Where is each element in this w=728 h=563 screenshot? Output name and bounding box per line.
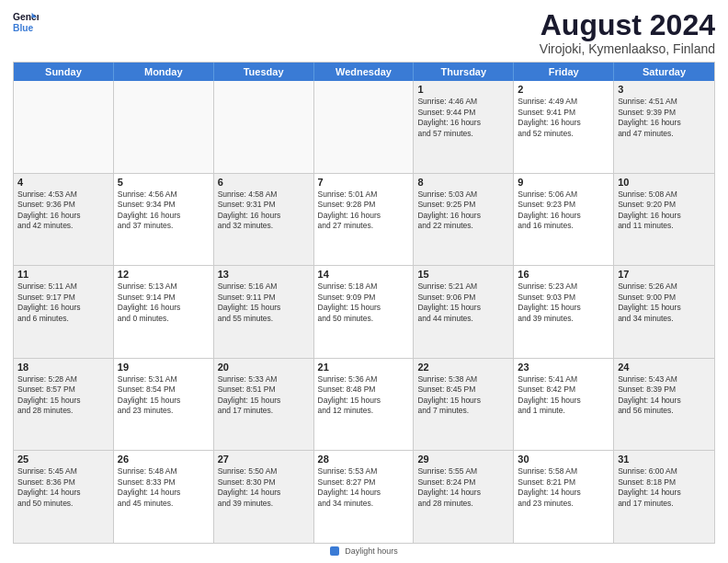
day-number: 11 xyxy=(17,269,109,280)
calendar-cell: 16Sunrise: 5:23 AM Sunset: 9:03 PM Dayli… xyxy=(514,266,614,358)
calendar-cell: 31Sunrise: 6:00 AM Sunset: 8:18 PM Dayli… xyxy=(614,451,714,543)
day-number: 15 xyxy=(417,269,509,280)
page-title: August 2024 xyxy=(540,9,715,41)
day-number: 19 xyxy=(118,362,210,373)
day-info: Sunrise: 5:55 AM Sunset: 8:24 PM Dayligh… xyxy=(417,466,509,509)
calendar-cell: 12Sunrise: 5:13 AM Sunset: 9:14 PM Dayli… xyxy=(114,266,214,358)
day-info: Sunrise: 5:38 AM Sunset: 8:45 PM Dayligh… xyxy=(417,374,509,417)
calendar: SundayMondayTuesdayWednesdayThursdayFrid… xyxy=(13,62,715,544)
page-subtitle: Virojoki, Kymenlaakso, Finland xyxy=(540,41,715,56)
day-info: Sunrise: 5:16 AM Sunset: 9:11 PM Dayligh… xyxy=(218,282,310,324)
day-info: Sunrise: 5:21 AM Sunset: 9:06 PM Dayligh… xyxy=(417,282,509,324)
day-number: 20 xyxy=(218,362,310,373)
footer-label: Daylight hours xyxy=(345,546,398,556)
calendar-cell: 30Sunrise: 5:58 AM Sunset: 8:21 PM Dayli… xyxy=(514,451,614,543)
calendar-cell: 19Sunrise: 5:31 AM Sunset: 8:54 PM Dayli… xyxy=(114,359,214,451)
day-info: Sunrise: 5:28 AM Sunset: 8:57 PM Dayligh… xyxy=(17,374,109,417)
day-info: Sunrise: 5:18 AM Sunset: 9:09 PM Dayligh… xyxy=(318,282,410,324)
day-info: Sunrise: 5:43 AM Sunset: 8:39 PM Dayligh… xyxy=(618,374,711,417)
footer: Daylight hours xyxy=(13,544,715,557)
calendar-row-5: 25Sunrise: 5:45 AM Sunset: 8:36 PM Dayli… xyxy=(14,451,714,543)
calendar-body: 1Sunrise: 4:46 AM Sunset: 9:44 PM Daylig… xyxy=(14,81,714,543)
calendar-cell: 7Sunrise: 5:01 AM Sunset: 9:28 PM Daylig… xyxy=(314,174,415,266)
day-info: Sunrise: 5:41 AM Sunset: 8:42 PM Dayligh… xyxy=(518,374,609,417)
day-number: 10 xyxy=(618,177,711,188)
calendar-cell: 2Sunrise: 4:49 AM Sunset: 9:41 PM Daylig… xyxy=(514,81,614,173)
day-info: Sunrise: 4:49 AM Sunset: 9:41 PM Dayligh… xyxy=(518,97,609,139)
day-number: 4 xyxy=(17,177,109,188)
day-number: 6 xyxy=(218,177,310,188)
calendar-cell xyxy=(14,81,114,173)
day-number: 29 xyxy=(417,454,509,465)
weekday-header-monday: Monday xyxy=(114,63,214,81)
calendar-cell: 15Sunrise: 5:21 AM Sunset: 9:06 PM Dayli… xyxy=(414,266,514,358)
day-number: 7 xyxy=(318,177,410,188)
day-number: 27 xyxy=(218,454,310,465)
calendar-row-2: 4Sunrise: 4:53 AM Sunset: 9:36 PM Daylig… xyxy=(14,174,714,267)
day-info: Sunrise: 5:36 AM Sunset: 8:48 PM Dayligh… xyxy=(318,374,410,417)
calendar-cell: 17Sunrise: 5:26 AM Sunset: 9:00 PM Dayli… xyxy=(614,266,714,358)
svg-text:Blue: Blue xyxy=(13,23,34,33)
day-info: Sunrise: 5:23 AM Sunset: 9:03 PM Dayligh… xyxy=(518,282,609,324)
calendar-cell: 25Sunrise: 5:45 AM Sunset: 8:36 PM Dayli… xyxy=(14,451,114,543)
calendar-cell: 13Sunrise: 5:16 AM Sunset: 9:11 PM Dayli… xyxy=(214,266,314,358)
day-number: 13 xyxy=(218,269,310,280)
calendar-cell: 8Sunrise: 5:03 AM Sunset: 9:25 PM Daylig… xyxy=(414,174,514,266)
day-number: 2 xyxy=(518,84,609,95)
day-number: 23 xyxy=(518,362,609,373)
day-number: 8 xyxy=(417,177,509,188)
calendar-cell: 26Sunrise: 5:48 AM Sunset: 8:33 PM Dayli… xyxy=(114,451,214,543)
calendar-cell: 10Sunrise: 5:08 AM Sunset: 9:20 PM Dayli… xyxy=(614,174,714,266)
day-number: 17 xyxy=(618,269,711,280)
day-number: 24 xyxy=(618,362,711,373)
day-number: 14 xyxy=(318,269,410,280)
footer-dot xyxy=(330,546,339,556)
logo: GeneralBlue xyxy=(13,9,39,35)
calendar-cell: 28Sunrise: 5:53 AM Sunset: 8:27 PM Dayli… xyxy=(314,451,415,543)
day-number: 22 xyxy=(417,362,509,373)
day-info: Sunrise: 5:06 AM Sunset: 9:23 PM Dayligh… xyxy=(518,190,609,232)
calendar-cell: 11Sunrise: 5:11 AM Sunset: 9:17 PM Dayli… xyxy=(14,266,114,358)
day-info: Sunrise: 5:48 AM Sunset: 8:33 PM Dayligh… xyxy=(118,466,210,509)
calendar-cell: 9Sunrise: 5:06 AM Sunset: 9:23 PM Daylig… xyxy=(514,174,614,266)
day-number: 18 xyxy=(17,362,109,373)
weekday-header-friday: Friday xyxy=(514,63,614,81)
day-info: Sunrise: 5:58 AM Sunset: 8:21 PM Dayligh… xyxy=(518,466,609,509)
day-number: 1 xyxy=(417,84,509,95)
day-number: 3 xyxy=(618,84,711,95)
day-info: Sunrise: 5:50 AM Sunset: 8:30 PM Dayligh… xyxy=(218,466,310,509)
day-info: Sunrise: 5:26 AM Sunset: 9:00 PM Dayligh… xyxy=(618,282,711,324)
day-number: 26 xyxy=(118,454,210,465)
day-info: Sunrise: 4:56 AM Sunset: 9:34 PM Dayligh… xyxy=(118,190,210,232)
day-info: Sunrise: 5:01 AM Sunset: 9:28 PM Dayligh… xyxy=(318,190,410,232)
logo-icon: GeneralBlue xyxy=(13,9,39,35)
day-info: Sunrise: 5:45 AM Sunset: 8:36 PM Dayligh… xyxy=(17,466,109,509)
day-info: Sunrise: 5:53 AM Sunset: 8:27 PM Dayligh… xyxy=(318,466,410,509)
day-info: Sunrise: 5:11 AM Sunset: 9:17 PM Dayligh… xyxy=(17,282,109,324)
day-info: Sunrise: 5:13 AM Sunset: 9:14 PM Dayligh… xyxy=(118,282,210,324)
title-block: August 2024 Virojoki, Kymenlaakso, Finla… xyxy=(540,9,715,56)
day-info: Sunrise: 4:53 AM Sunset: 9:36 PM Dayligh… xyxy=(17,190,109,232)
weekday-header-sunday: Sunday xyxy=(14,63,114,81)
calendar-cell: 4Sunrise: 4:53 AM Sunset: 9:36 PM Daylig… xyxy=(14,174,114,266)
day-info: Sunrise: 4:58 AM Sunset: 9:31 PM Dayligh… xyxy=(218,190,310,232)
calendar-cell: 1Sunrise: 4:46 AM Sunset: 9:44 PM Daylig… xyxy=(414,81,514,173)
calendar-cell xyxy=(114,81,214,173)
calendar-cell: 6Sunrise: 4:58 AM Sunset: 9:31 PM Daylig… xyxy=(214,174,314,266)
day-number: 21 xyxy=(318,362,410,373)
calendar-cell: 22Sunrise: 5:38 AM Sunset: 8:45 PM Dayli… xyxy=(414,359,514,451)
day-number: 25 xyxy=(17,454,109,465)
day-number: 9 xyxy=(518,177,609,188)
day-info: Sunrise: 5:08 AM Sunset: 9:20 PM Dayligh… xyxy=(618,190,711,232)
day-info: Sunrise: 4:51 AM Sunset: 9:39 PM Dayligh… xyxy=(618,97,711,139)
day-number: 31 xyxy=(618,454,711,465)
calendar-cell: 18Sunrise: 5:28 AM Sunset: 8:57 PM Dayli… xyxy=(14,359,114,451)
calendar-cell: 3Sunrise: 4:51 AM Sunset: 9:39 PM Daylig… xyxy=(614,81,714,173)
day-number: 16 xyxy=(518,269,609,280)
day-info: Sunrise: 5:31 AM Sunset: 8:54 PM Dayligh… xyxy=(118,374,210,417)
page-header: GeneralBlue August 2024 Virojoki, Kymenl… xyxy=(13,9,715,56)
day-number: 30 xyxy=(518,454,609,465)
weekday-header-tuesday: Tuesday xyxy=(214,63,314,81)
calendar-cell xyxy=(314,81,415,173)
calendar-cell: 27Sunrise: 5:50 AM Sunset: 8:30 PM Dayli… xyxy=(214,451,314,543)
